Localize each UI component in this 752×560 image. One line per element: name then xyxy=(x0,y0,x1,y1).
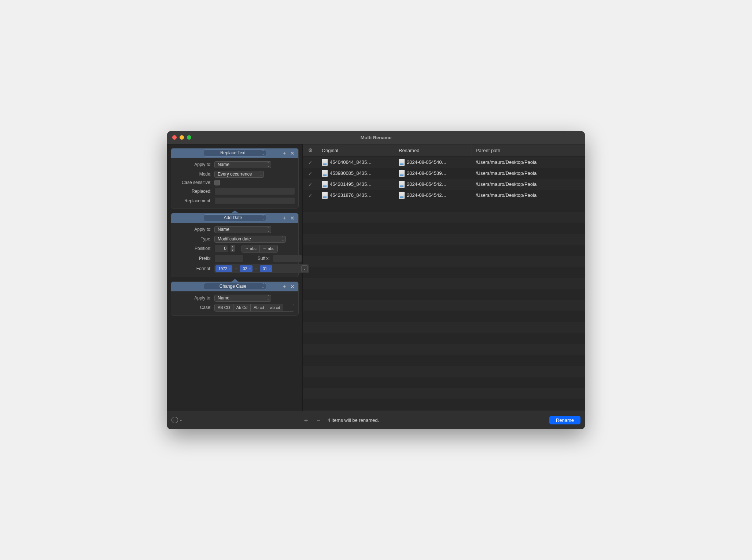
column-renamed[interactable]: Renamed xyxy=(395,144,472,156)
empty-row xyxy=(303,344,585,355)
plus-icon[interactable]: ＋ xyxy=(281,284,287,290)
position-input[interactable] xyxy=(214,245,228,252)
suffix-input[interactable] xyxy=(273,255,302,262)
window-title: Multi Rename xyxy=(167,135,585,140)
section-change-case: Change Case ＋ ✕ Apply to: Name Case: AB … xyxy=(171,281,299,316)
replacement-input[interactable] xyxy=(214,197,295,205)
empty-row xyxy=(303,377,585,388)
zoom-icon[interactable] xyxy=(187,135,191,140)
titlebar: Multi Rename xyxy=(167,131,585,144)
mode-label: Mode: xyxy=(175,172,211,177)
direction-segment[interactable]: → abc ← abc xyxy=(242,245,278,253)
replacement-label: Replacement: xyxy=(175,198,211,203)
case-sensitive-checkbox[interactable] xyxy=(214,180,220,185)
type-label: Type: xyxy=(175,236,211,242)
window: Multi Rename Replace Text ＋ ✕ Apply to: … xyxy=(167,131,585,429)
chevron-down-icon[interactable]: ⌄ xyxy=(180,418,183,422)
section-type-select[interactable]: Change Case xyxy=(204,283,266,290)
close-icon[interactable] xyxy=(172,135,177,140)
rename-button[interactable]: Rename xyxy=(549,416,580,424)
empty-row xyxy=(303,399,585,410)
section-replace-text: Replace Text ＋ ✕ Apply to: Name Mode: Ev… xyxy=(171,148,299,209)
empty-row xyxy=(303,234,585,245)
file-icon xyxy=(399,192,405,199)
checkmark-icon: ✓ xyxy=(308,170,313,176)
empty-row xyxy=(303,201,585,212)
checkmark-icon: ✓ xyxy=(308,159,313,165)
table-header: Original Renamed Parent path xyxy=(303,144,585,157)
target-icon xyxy=(309,148,312,152)
section-type-select[interactable]: Add Date xyxy=(204,214,266,221)
case-option-lower[interactable]: ab cd xyxy=(267,304,283,311)
table-row[interactable]: ✓454231876_8435…2024-08-054542…/Users/ma… xyxy=(303,190,585,201)
format-day-select[interactable]: 01 xyxy=(260,265,272,272)
content: Replace Text ＋ ✕ Apply to: Name Mode: Ev… xyxy=(167,144,585,411)
apply-to-select[interactable]: Name xyxy=(214,295,271,302)
column-parent-path[interactable]: Parent path xyxy=(472,144,585,156)
mode-select[interactable]: Every occurrence xyxy=(214,171,264,178)
format-label: Format: xyxy=(175,266,211,271)
section-type-select[interactable]: Replace Text xyxy=(204,150,266,156)
checkmark-icon: ✓ xyxy=(308,192,313,198)
direction-right[interactable]: → abc xyxy=(242,245,260,252)
apply-to-select[interactable]: Name xyxy=(214,226,271,233)
file-icon xyxy=(399,159,405,166)
prefix-input[interactable] xyxy=(214,255,244,262)
apply-to-select[interactable]: Name xyxy=(214,161,271,168)
more-icon[interactable]: ⋯ xyxy=(172,417,178,423)
format-month-select[interactable]: 02 xyxy=(240,265,252,272)
table-body: ✓454040644_8435…2024-08-054540…/Users/ma… xyxy=(303,157,585,411)
direction-left[interactable]: ← abc xyxy=(260,245,277,252)
suffix-label: Suffix: xyxy=(258,256,270,261)
parent-path: /Users/mauro/Desktop/Paola xyxy=(476,170,537,176)
close-icon[interactable]: ✕ xyxy=(290,215,295,221)
case-label: Case: xyxy=(175,305,211,310)
original-name: 454231876_8435… xyxy=(330,192,372,198)
column-original[interactable]: Original xyxy=(318,144,395,156)
renamed-name: 2024-08-054542… xyxy=(407,181,446,187)
remove-button[interactable]: － xyxy=(315,416,322,424)
plus-icon[interactable]: ＋ xyxy=(281,215,287,221)
original-name: 454040644_8435… xyxy=(330,159,372,165)
table-row[interactable]: ✓453980085_8435…2024-08-054539…/Users/ma… xyxy=(303,168,585,179)
file-icon xyxy=(399,170,405,177)
empty-row xyxy=(303,267,585,278)
empty-row xyxy=(303,300,585,311)
plus-icon[interactable]: ＋ xyxy=(281,150,287,156)
case-option-upper[interactable]: AB CD xyxy=(215,304,233,311)
format-year-select[interactable]: 1972 xyxy=(215,265,232,272)
empty-row xyxy=(303,311,585,322)
table-row[interactable]: ✓454201495_8435…2024-08-054542…/Users/ma… xyxy=(303,179,585,190)
empty-row xyxy=(303,355,585,366)
empty-row xyxy=(303,245,585,256)
position-stepper[interactable]: ▲▼ xyxy=(231,245,235,252)
status-text: 4 items will be renamed. xyxy=(328,417,545,423)
section-header: Change Case ＋ ✕ xyxy=(171,282,298,291)
replaced-input[interactable] xyxy=(214,188,295,195)
file-icon xyxy=(399,181,405,188)
format-more-button[interactable]: ⌄ xyxy=(301,265,308,272)
empty-row xyxy=(303,256,585,267)
case-segment[interactable]: AB CD Ab Cd Ab cd ab cd xyxy=(214,304,294,312)
add-button[interactable]: ＋ xyxy=(303,416,309,424)
column-target[interactable] xyxy=(303,144,318,156)
case-option-sentence[interactable]: Ab cd xyxy=(251,304,267,311)
minimize-icon[interactable] xyxy=(180,135,184,140)
left-panel: Replace Text ＋ ✕ Apply to: Name Mode: Ev… xyxy=(167,144,303,411)
empty-row xyxy=(303,278,585,289)
empty-row xyxy=(303,223,585,234)
close-icon[interactable]: ✕ xyxy=(290,150,295,156)
case-option-title[interactable]: Ab Cd xyxy=(233,304,251,311)
type-select[interactable]: Modification date xyxy=(214,236,286,243)
empty-row xyxy=(303,322,585,333)
parent-path: /Users/mauro/Desktop/Paola xyxy=(476,159,537,165)
position-label: Position: xyxy=(175,246,211,251)
traffic-lights xyxy=(167,135,191,140)
empty-row xyxy=(303,333,585,344)
case-sensitive-label: Case sensitive: xyxy=(175,180,211,185)
empty-row xyxy=(303,212,585,223)
table-row[interactable]: ✓454040644_8435…2024-08-054540…/Users/ma… xyxy=(303,157,585,168)
close-icon[interactable]: ✕ xyxy=(290,284,295,290)
format-sep: - xyxy=(255,266,257,271)
original-name: 454201495_8435… xyxy=(330,181,372,187)
